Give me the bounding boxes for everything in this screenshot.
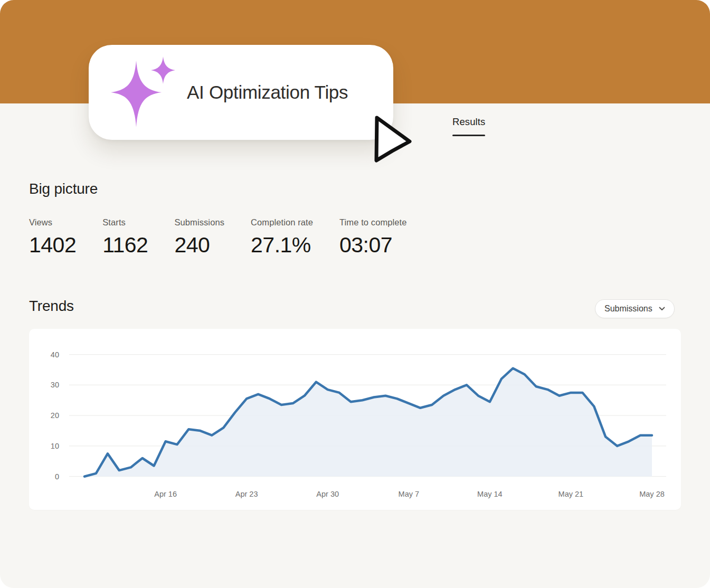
svg-text:10: 10 (51, 442, 59, 450)
ai-tips-card: AI Optimization Tips (89, 45, 393, 140)
stat-value: 27.1% (251, 233, 313, 258)
stat-label: Starts (102, 217, 148, 227)
analytics-screen: AI Optimization Tips Results Big picture… (0, 0, 710, 588)
stat-label: Submissions (174, 217, 224, 227)
stat-starts: Starts 1162 (102, 217, 148, 258)
big-picture-stats: Views 1402 Starts 1162 Submissions 240 C… (29, 217, 407, 258)
stat-label: Time to complete (339, 217, 407, 227)
stat-completion-rate: Completion rate 27.1% (251, 217, 313, 258)
chevron-down-icon (659, 307, 665, 311)
mouse-cursor-icon (368, 113, 414, 167)
big-picture-heading: Big picture (29, 181, 98, 197)
svg-text:Apr 30: Apr 30 (316, 490, 339, 498)
trends-chart-card: 010203040Apr 16Apr 23Apr 30May 7May 14Ma… (29, 329, 681, 510)
stat-views: Views 1402 (29, 217, 76, 258)
svg-text:May 21: May 21 (558, 490, 584, 498)
svg-text:40: 40 (51, 350, 59, 359)
stat-value: 1402 (29, 233, 76, 258)
trends-chart: 010203040Apr 16Apr 23Apr 30May 7May 14Ma… (29, 329, 681, 510)
tab-results[interactable]: Results (452, 116, 485, 136)
stat-value: 03:07 (339, 233, 407, 258)
svg-text:Apr 16: Apr 16 (154, 490, 177, 498)
stat-value: 1162 (102, 233, 148, 258)
svg-text:May 7: May 7 (399, 490, 420, 498)
svg-text:Apr 23: Apr 23 (235, 490, 258, 498)
tab-results-underline (452, 135, 485, 136)
metric-selector-dropdown[interactable]: Submissions (595, 299, 675, 318)
ai-tips-title: AI Optimization Tips (187, 82, 348, 103)
stat-value: 240 (174, 233, 224, 258)
svg-text:20: 20 (51, 411, 59, 420)
tab-results-label: Results (452, 116, 485, 128)
stat-time-to-complete: Time to complete 03:07 (339, 217, 407, 258)
svg-text:0: 0 (55, 472, 59, 481)
metric-selector-label: Submissions (604, 304, 652, 314)
svg-text:30: 30 (51, 381, 59, 389)
stat-label: Completion rate (251, 217, 313, 227)
stat-submissions: Submissions 240 (174, 217, 224, 258)
stat-label: Views (29, 217, 76, 227)
svg-text:May 14: May 14 (477, 490, 503, 498)
sparkles-icon (109, 56, 178, 131)
trends-heading: Trends (29, 298, 74, 315)
svg-text:May 28: May 28 (639, 490, 665, 498)
